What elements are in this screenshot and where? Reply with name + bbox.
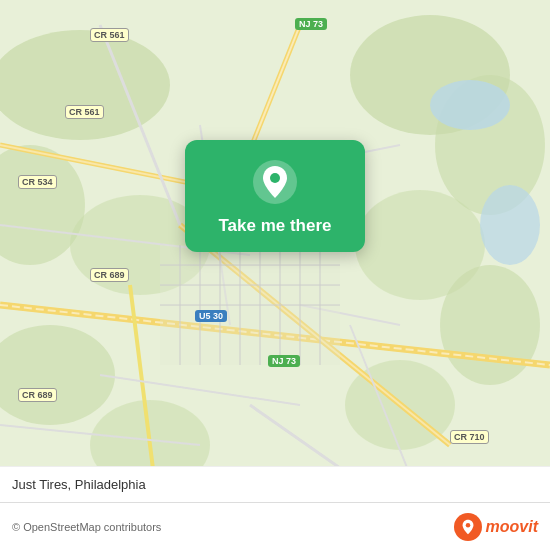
location-pin-icon bbox=[251, 158, 299, 206]
svg-point-11 bbox=[430, 80, 510, 130]
cr534-label: CR 534 bbox=[18, 175, 57, 189]
cr561-mid-label: CR 561 bbox=[65, 105, 104, 119]
svg-point-12 bbox=[480, 185, 540, 265]
location-name-bar: Just Tires, Philadelphia bbox=[0, 466, 550, 502]
svg-point-44 bbox=[270, 173, 280, 183]
moovit-icon bbox=[454, 513, 482, 541]
cta-label: Take me there bbox=[218, 216, 331, 236]
moovit-text: moovit bbox=[486, 518, 538, 536]
attribution-text: © OpenStreetMap contributors bbox=[12, 521, 161, 533]
svg-point-7 bbox=[440, 265, 540, 385]
moovit-pin-icon bbox=[459, 518, 477, 536]
bottom-bar: © OpenStreetMap contributors moovit bbox=[0, 502, 550, 550]
map-container: CR 561 NJ 73 CR 561 CR 534 CR 689 U5 30 … bbox=[0, 0, 550, 550]
nj73-bot-label: NJ 73 bbox=[268, 355, 300, 367]
location-text: Just Tires, Philadelphia bbox=[12, 477, 146, 492]
cr689-mid-label: CR 689 bbox=[90, 268, 129, 282]
nj73-top-label: NJ 73 bbox=[295, 18, 327, 30]
cr689-bot-label: CR 689 bbox=[18, 388, 57, 402]
u530-label: U5 30 bbox=[195, 310, 227, 322]
moovit-logo[interactable]: moovit bbox=[454, 513, 538, 541]
take-me-there-button[interactable]: Take me there bbox=[185, 140, 365, 252]
svg-point-45 bbox=[465, 522, 470, 527]
cr561-top-label: CR 561 bbox=[90, 28, 129, 42]
cr710-label: CR 710 bbox=[450, 430, 489, 444]
